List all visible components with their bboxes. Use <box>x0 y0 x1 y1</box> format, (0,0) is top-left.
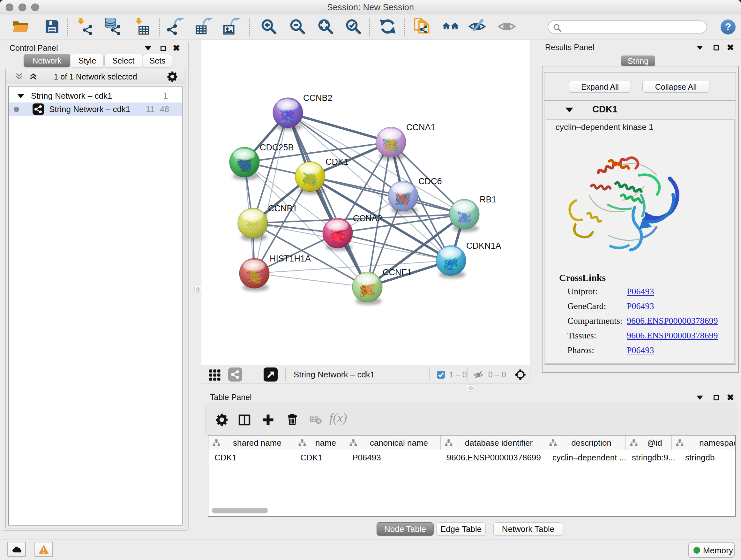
tab-network-table[interactable]: Network Table <box>493 522 563 536</box>
add-column-icon[interactable] <box>261 413 275 427</box>
horizontal-splitter-grip[interactable] <box>467 384 474 391</box>
delete-table-icon[interactable] <box>308 415 322 425</box>
table-horizontal-scrollbar[interactable] <box>212 508 268 513</box>
function-builder-icon[interactable]: f(x) <box>329 410 347 425</box>
maximize-panel-icon[interactable] <box>714 45 719 51</box>
node-CDC6[interactable] <box>388 181 418 214</box>
edge-CCNB2-HIST1H1A[interactable] <box>254 113 288 273</box>
tab-select[interactable]: Select <box>105 54 142 67</box>
export-image-button[interactable] <box>223 18 241 37</box>
zoom-fit-button[interactable] <box>317 18 334 37</box>
new-network-button[interactable] <box>167 18 184 37</box>
collapse-all-button[interactable]: Collapse All <box>643 81 710 92</box>
node-CCNE1[interactable] <box>352 272 382 305</box>
network-options-gear-icon[interactable] <box>167 71 178 82</box>
node-CDC25B[interactable] <box>229 147 259 180</box>
column-header-shared-name[interactable]: shared name <box>208 435 294 450</box>
warning-icon <box>38 544 50 555</box>
float-panel-icon[interactable] <box>697 395 703 400</box>
crosslink-link[interactable]: 9606.ENSP00000378699 <box>627 330 718 341</box>
column-header-canonical-name[interactable]: canonical name <box>345 435 441 450</box>
node-RB1[interactable] <box>449 199 479 232</box>
results-panel-title: Results Panel <box>545 43 594 52</box>
column-type-icon <box>549 439 557 447</box>
close-panel-icon[interactable]: ✖ <box>727 395 734 400</box>
cloud-status-button[interactable] <box>7 542 26 557</box>
crosslink-row: Compartments:9606.ENSP00000378699 <box>546 316 734 330</box>
collapse-caret-icon[interactable] <box>565 108 573 112</box>
float-panel-icon[interactable] <box>697 46 703 50</box>
column-header-name[interactable]: name <box>294 435 345 450</box>
node-label-CDC6: CDC6 <box>418 177 442 186</box>
search-input[interactable] <box>563 22 704 32</box>
view-toolbar-separator <box>429 367 429 381</box>
memory-button[interactable]: Memory <box>688 543 735 558</box>
node-CCNB2[interactable] <box>273 98 303 131</box>
close-panel-icon[interactable]: ✖ <box>173 46 180 51</box>
expand-all-button[interactable]: Expand All <box>569 81 631 92</box>
tab-string[interactable]: String <box>621 56 655 66</box>
protein-header[interactable]: CDK1 <box>544 101 736 119</box>
tab-edge-table[interactable]: Edge Table <box>436 522 486 536</box>
node-CCNA2[interactable] <box>323 218 353 251</box>
column-header-description[interactable]: description <box>545 435 625 450</box>
save-session-button[interactable] <box>44 18 60 36</box>
close-panel-icon[interactable]: ✖ <box>727 45 734 51</box>
crosslink-link[interactable]: 9606.ENSP00000378699 <box>627 316 718 326</box>
tab-style[interactable]: Style <box>71 54 104 67</box>
tab-network[interactable]: Network <box>23 54 70 67</box>
open-in-window-button[interactable] <box>264 368 278 381</box>
import-network-database-button[interactable] <box>104 18 122 37</box>
zoom-in-button[interactable] <box>260 18 277 37</box>
vertical-splitter-grip[interactable] <box>194 286 201 293</box>
network-collection-row[interactable]: String Network – cdk1 1 <box>9 89 182 103</box>
column-header-database-identifier[interactable]: database identifier <box>441 435 545 450</box>
edge-CCNE1-HIST1H1A[interactable] <box>254 273 367 287</box>
view-share-button[interactable] <box>228 368 242 381</box>
crosslink-link[interactable]: P06493 <box>627 287 654 297</box>
import-network-file-button[interactable] <box>76 18 93 37</box>
first-neighbors-button[interactable] <box>441 18 460 36</box>
open-session-button[interactable] <box>11 19 29 36</box>
copy-style-button[interactable] <box>414 18 431 37</box>
network-canvas[interactable]: CCNB2CCNA1CDC25BCDK1CDC6RB1CCNB1CCNA2CDK… <box>201 40 530 365</box>
node-CCNB1[interactable] <box>238 208 268 241</box>
window-title: Session: New Session <box>0 3 741 12</box>
network-row[interactable]: String Network – cdk1 11 48 <box>9 103 182 116</box>
node-CDK1[interactable] <box>295 162 325 194</box>
show-columns-icon[interactable] <box>238 413 251 427</box>
table-row[interactable]: CDK1CDK1P064939606.ENSP00000378699cyclin… <box>208 450 735 464</box>
float-panel-icon[interactable] <box>145 46 151 51</box>
birdseye-crosshair-icon[interactable] <box>515 369 526 381</box>
zoom-selected-button[interactable] <box>345 18 362 37</box>
collection-expand-caret[interactable] <box>17 94 24 98</box>
node-HIST1H1A[interactable] <box>239 258 269 291</box>
maximize-panel-icon[interactable] <box>714 395 719 400</box>
node-CCNA1[interactable] <box>376 127 406 160</box>
hide-selected-button[interactable] <box>468 18 486 37</box>
import-table-file-button[interactable] <box>133 18 150 37</box>
crosslink-link[interactable]: P06493 <box>627 345 654 355</box>
edge-CCNB2-CCNA1[interactable] <box>288 113 391 142</box>
delete-column-icon[interactable] <box>286 413 299 426</box>
protein-name: CDK1 <box>592 104 617 115</box>
help-button[interactable]: ? <box>721 19 736 35</box>
maximize-panel-icon[interactable] <box>160 46 166 51</box>
selected-checkbox-icon[interactable] <box>436 370 445 379</box>
show-all-button[interactable] <box>498 17 516 37</box>
warnings-button[interactable] <box>35 542 53 557</box>
network-edge-count: 48 <box>160 105 169 114</box>
crosslink-row: Pharos:P06493 <box>546 345 734 360</box>
apply-layout-button[interactable] <box>379 17 397 37</box>
view-grid-icon[interactable] <box>208 368 221 381</box>
zoom-out-button[interactable] <box>289 18 306 37</box>
tab-sets[interactable]: Sets <box>143 54 172 67</box>
table-options-gear-icon[interactable] <box>215 414 228 426</box>
column-header-@id[interactable]: @id <box>625 435 671 450</box>
export-table-button[interactable] <box>196 18 213 37</box>
node-CDKN1A[interactable] <box>436 246 466 278</box>
crosslink-link[interactable]: P06493 <box>627 301 654 311</box>
column-header-namespace[interactable]: namespace <box>671 435 736 450</box>
hidden-eye-icon[interactable] <box>473 370 484 380</box>
tab-node-table[interactable]: Node Table <box>377 522 434 536</box>
